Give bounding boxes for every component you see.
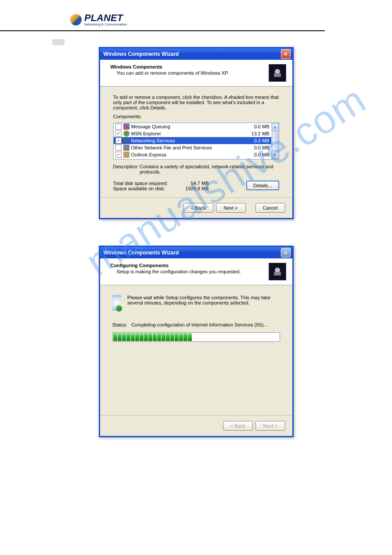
planet-logo-icon — [70, 14, 82, 25]
description-label: Description: — [113, 164, 140, 174]
outlook-icon — [123, 152, 129, 158]
checkbox[interactable]: ✓ — [115, 152, 122, 158]
list-item-selected[interactable]: ✓ Networking Services 0.3 MB — [114, 137, 271, 144]
box-icon — [269, 64, 286, 82]
progress-bar — [112, 332, 280, 342]
scroll-down-icon[interactable]: ▼ — [272, 151, 279, 159]
avail-space-label: Space available on disk: — [113, 186, 179, 191]
description-text: Contains a variety of specialized, netwo… — [140, 164, 279, 174]
status-label: Status: — [112, 322, 127, 327]
wizard-header: Configuring Components Setup is making t… — [100, 258, 292, 285]
box-icon — [269, 263, 286, 280]
close-icon: ✕ — [281, 248, 291, 258]
queue-icon — [123, 123, 129, 130]
gray-placeholder — [52, 39, 65, 45]
components-listbox[interactable]: Message Queuing 0.0 MB ✓ MSN Explorer 13… — [113, 123, 279, 160]
back-button[interactable]: < Back — [183, 203, 213, 213]
print-icon — [123, 145, 129, 151]
instruction-text: To add or remove a component, click the … — [113, 94, 279, 110]
setup-icon — [112, 295, 122, 311]
brand-name: PLANET — [84, 13, 127, 23]
next-button[interactable]: Next > — [216, 203, 246, 213]
dialog-title: Windows Components Wizard — [104, 250, 179, 256]
checkbox[interactable]: ✓ — [115, 131, 122, 137]
scroll-thumb[interactable] — [272, 131, 278, 151]
brand-text: PLANET Networking & Communication — [84, 13, 127, 26]
heading: Windows Components — [111, 64, 229, 69]
components-label: Components: — [113, 114, 279, 119]
next-button: Next > — [255, 421, 285, 431]
list-item[interactable]: Message Queuing 0.0 MB — [114, 123, 271, 130]
scrollbar[interactable]: ▲ ▼ — [271, 123, 279, 159]
titlebar[interactable]: Windows Components Wizard ✕ — [100, 48, 292, 60]
checkbox[interactable]: ✓ — [115, 138, 122, 144]
list-item[interactable]: ✓ Outlook Express 0.0 MB — [114, 151, 271, 158]
page-header: PLANET Networking & Communication — [0, 0, 325, 31]
avail-space-value: 1926.8 MB — [179, 186, 209, 191]
checkbox[interactable] — [115, 123, 122, 130]
wizard-header: Windows Components You can add or remove… — [100, 60, 292, 87]
wizard-body: To add or remove a component, click the … — [100, 87, 292, 197]
progress-body: Please wait while Setup configures the c… — [100, 285, 292, 415]
back-button: < Back — [223, 421, 253, 431]
list-item[interactable]: Other Network File and Print Services 0.… — [114, 144, 271, 151]
subheading: Setup is making the configuration change… — [117, 269, 241, 274]
details-button[interactable]: Details... — [246, 181, 279, 190]
total-space-value: 54.7 MB — [179, 181, 209, 186]
components-wizard-dialog: Windows Components Wizard ✕ Windows Comp… — [99, 47, 294, 219]
heading: Configuring Components — [111, 263, 241, 268]
wizard-footer: < Back Next > Cancel — [100, 197, 292, 218]
svg-rect-3 — [274, 272, 281, 276]
status-text: Completing configuration of Internet Inf… — [131, 322, 268, 327]
cancel-button[interactable]: Cancel — [255, 203, 285, 213]
titlebar[interactable]: Windows Components Wizard ✕ — [100, 247, 292, 258]
total-space-label: Total disk space required: — [113, 181, 179, 186]
dialog-title: Windows Components Wizard — [104, 51, 179, 57]
subheading: You can add or remove components of Wind… — [117, 70, 229, 76]
checkbox[interactable] — [115, 145, 122, 151]
wait-message: Please wait while Setup configures the c… — [127, 295, 280, 305]
configuring-dialog: Windows Components Wizard ✕ Configuring … — [99, 246, 294, 437]
svg-rect-1 — [274, 73, 281, 77]
wizard-footer: < Back Next > — [100, 415, 292, 436]
msn-icon — [123, 131, 129, 137]
network-icon — [123, 138, 129, 144]
list-item[interactable]: ✓ MSN Explorer 13.2 MB — [114, 130, 271, 137]
brand-tagline: Networking & Communication — [84, 23, 127, 26]
close-icon[interactable]: ✕ — [281, 49, 291, 59]
scroll-up-icon[interactable]: ▲ — [272, 123, 279, 131]
